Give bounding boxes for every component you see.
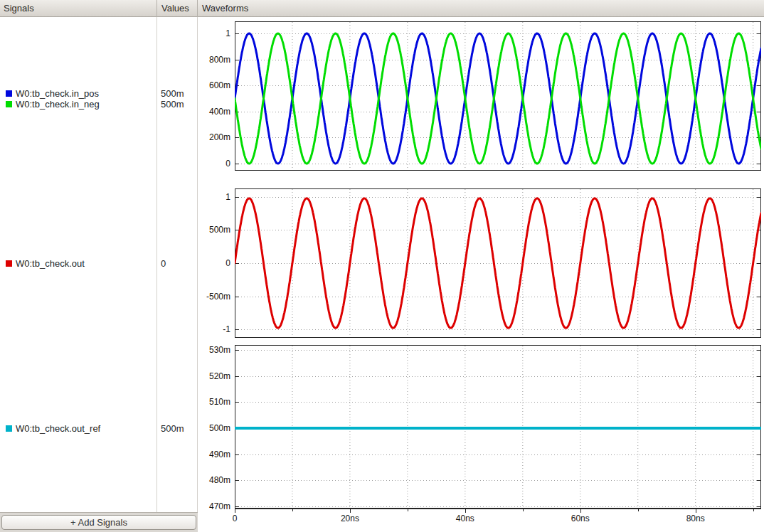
values-column-header: Values: [161, 3, 189, 14]
signal-color-swatch: [6, 101, 12, 107]
signal-value: 500m: [161, 99, 184, 110]
waveform-pane: 1800m600m400m200m01500m0-500m-1530m520m5…: [198, 0, 764, 532]
header-separator: [197, 0, 198, 17]
y-tick-label: 480m: [198, 475, 230, 485]
x-tick-label: 80ns: [678, 514, 713, 523]
header-separator: [156, 0, 157, 17]
signal-row-in-pos[interactable]: W0:tb_check.in_pos 500m: [0, 88, 198, 100]
signal-name: W0:tb_check.in_pos: [16, 88, 99, 99]
y-tick-label: 200m: [198, 132, 230, 142]
y-tick-label: 490m: [198, 449, 230, 459]
waveform-plot-out[interactable]: [235, 188, 761, 338]
y-tick-label: 500m: [198, 423, 230, 433]
y-tick-label: 1: [198, 192, 230, 202]
signal-name: W0:tb_check.out: [16, 258, 85, 269]
waveform-plot-out_ref[interactable]: [235, 345, 761, 509]
y-tick-label: 800m: [198, 55, 230, 65]
signal-name: W0:tb_check.in_neg: [16, 99, 100, 110]
y-tick-label: 500m: [198, 225, 230, 235]
signal-color-swatch: [6, 260, 12, 267]
signal-row-out-ref[interactable]: W0:tb_check.out_ref 500m: [0, 423, 198, 435]
signals-pane-footer: + Add Signals: [0, 512, 198, 532]
x-tick-label: 60ns: [563, 514, 598, 523]
y-tick-label: 1: [198, 28, 230, 38]
signal-name: W0:tb_check.out_ref: [16, 423, 100, 434]
signal-color-swatch: [6, 90, 12, 97]
y-tick-label: 600m: [198, 80, 230, 90]
column-header-bar: Signals Values Waveforms: [0, 0, 764, 17]
add-signals-button[interactable]: + Add Signals: [1, 515, 196, 530]
y-tick-label: 530m: [198, 345, 230, 355]
x-tick-label: 0: [217, 514, 253, 523]
signal-value: 500m: [161, 88, 184, 99]
y-tick-label: -1: [198, 324, 230, 334]
waveform-viewer-window: Signals Values Waveforms W0:tb_check.in_…: [0, 0, 764, 532]
x-tick-label: 20ns: [332, 514, 368, 523]
y-tick-label: -500m: [198, 292, 230, 302]
signals-pane: W0:tb_check.in_pos 500m W0:tb_check.in_n…: [0, 17, 198, 532]
y-tick-label: 400m: [198, 107, 230, 117]
waveforms-column-header: Waveforms: [202, 3, 248, 14]
signal-row-out[interactable]: W0:tb_check.out 0: [0, 258, 198, 270]
signal-row-in-neg[interactable]: W0:tb_check.in_neg 500m: [0, 99, 198, 110]
y-tick-label: 0: [198, 159, 230, 169]
y-tick-label: 510m: [198, 397, 230, 407]
y-tick-label: 470m: [198, 501, 230, 511]
signal-value: 500m: [161, 423, 184, 434]
signal-color-swatch: [6, 425, 12, 432]
x-tick-label: 40ns: [447, 514, 483, 523]
signals-column-header: Signals: [4, 3, 34, 14]
waveform-plot-inputs[interactable]: [235, 21, 761, 171]
y-tick-label: 0: [198, 258, 230, 268]
y-tick-label: 520m: [198, 371, 230, 381]
signal-value: 0: [161, 258, 166, 269]
